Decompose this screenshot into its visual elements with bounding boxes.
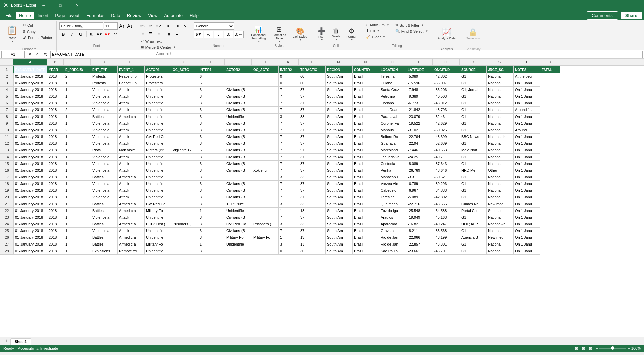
cell-r23-c13[interactable]: Brazil: [353, 214, 379, 221]
cell-r28-c0[interactable]: 01-January-2018: [14, 248, 47, 254]
cell-r15-c14[interactable]: Custodia: [379, 160, 406, 167]
row-num-5[interactable]: 5: [0, 93, 14, 100]
cell-r4-c14[interactable]: Santa Cruz: [379, 86, 406, 93]
cell-r2-c19[interactable]: At the beg: [514, 73, 540, 80]
cell-r20-c14[interactable]: Teresina: [379, 194, 406, 201]
cell-r5-c4[interactable]: Attack: [118, 93, 145, 100]
cell-r11-c11[interactable]: 37: [299, 133, 326, 140]
cell-r24-c13[interactable]: Brazil: [353, 221, 379, 227]
cell-r13-c10[interactable]: 7: [279, 147, 299, 153]
cell-r11-c14[interactable]: Belford Rc: [379, 133, 406, 140]
cell-r2-c5[interactable]: Protesters: [145, 73, 171, 80]
cell-r15-c7[interactable]: 3: [198, 160, 225, 167]
cell-r23-c16[interactable]: -45.163: [433, 214, 460, 221]
cell-r13-c13[interactable]: Brazil: [353, 147, 379, 153]
increase-indent-button[interactable]: ⇥: [173, 22, 181, 30]
cell-r28-c18[interactable]: National: [487, 248, 514, 254]
cell-r16-c11[interactable]: 37: [299, 167, 326, 174]
cell-r20-c15[interactable]: -5.089: [406, 194, 433, 201]
cell-r4-c5[interactable]: Unidentifie: [145, 86, 171, 93]
cell-r16-c0[interactable]: 01-January-2018: [14, 167, 47, 174]
cell-r8-c15[interactable]: -23.079: [406, 113, 433, 120]
cell-r14-c2[interactable]: 1: [64, 153, 91, 160]
cell-r20-c1[interactable]: 2018: [47, 194, 64, 201]
cell-r5-c11[interactable]: 37: [299, 93, 326, 100]
cell-r5-c3[interactable]: Violence a: [91, 93, 118, 100]
cell-r5-c5[interactable]: Unidentifie: [145, 93, 171, 100]
cell-r4-c18[interactable]: National: [487, 86, 514, 93]
cell-r21-c3[interactable]: Battles: [91, 201, 118, 207]
cell-r27-c13[interactable]: Brazil: [353, 241, 379, 248]
header-cell-4[interactable]: EVENT_1: [118, 66, 145, 73]
cell-r22-c7[interactable]: 1: [198, 207, 225, 214]
cell-r24-c5[interactable]: PCC: First (: [145, 221, 171, 227]
cell-r8-c1[interactable]: 2018: [47, 113, 64, 120]
cell-r20-c3[interactable]: Violence a: [91, 194, 118, 201]
cell-r10-c11[interactable]: 37: [299, 127, 326, 133]
cell-r14-c17[interactable]: G1: [460, 153, 487, 160]
cell-r5-c12[interactable]: South Am: [326, 93, 353, 100]
cell-r24-c9[interactable]: Prisoners (: [252, 221, 279, 227]
cell-r18-c9[interactable]: [252, 180, 279, 187]
header-cell-10[interactable]: INTER2: [279, 66, 299, 73]
cell-r18-c14[interactable]: Varzea Ale: [379, 180, 406, 187]
cell-r11-c13[interactable]: Brazil: [353, 133, 379, 140]
cell-r2-c13[interactable]: Brazil: [353, 73, 379, 80]
cell-r16-c15[interactable]: -26.769: [406, 167, 433, 174]
cell-r27-c0[interactable]: 01-January-2018: [14, 241, 47, 248]
cell-r15-c6[interactable]: [171, 160, 198, 167]
cell-r3-c10[interactable]: 0: [279, 80, 299, 86]
percent-button[interactable]: %: [204, 31, 213, 38]
cell-r17-c18[interactable]: National: [487, 174, 514, 180]
cell-r16-c5[interactable]: Unidentifie: [145, 167, 171, 174]
cell-r9-c11[interactable]: 37: [299, 120, 326, 127]
cell-r24-c17[interactable]: UOL; AFP: [460, 221, 487, 227]
cell-r12-c19[interactable]: On 1 Janu: [514, 140, 540, 147]
cell-r17-c17[interactable]: G1: [460, 174, 487, 180]
cell-r17-c0[interactable]: 01-January-2018: [14, 174, 47, 180]
cell-r14-c16[interactable]: -49.7: [433, 153, 460, 160]
cell-r6-c7[interactable]: 3: [198, 100, 225, 106]
cell-r2-c8[interactable]: [225, 73, 252, 80]
cell-r16-c18[interactable]: Other: [487, 167, 514, 174]
cell-r11-c19[interactable]: On 1 Janu: [514, 133, 540, 140]
cell-r14-c7[interactable]: 3: [198, 153, 225, 160]
cell-r27-c6[interactable]: [171, 241, 198, 248]
cell-r9-c15[interactable]: -19.522: [406, 120, 433, 127]
row-num-21[interactable]: 21: [0, 201, 14, 207]
cell-r3-c9[interactable]: [252, 80, 279, 86]
cell-r8-c12[interactable]: South Am: [326, 113, 353, 120]
cell-r18-c12[interactable]: South Am: [326, 180, 353, 187]
cell-r22-c3[interactable]: Battles: [91, 207, 118, 214]
cell-r22-c19[interactable]: On 1 Janu: [514, 207, 540, 214]
row-num-1[interactable]: 1: [0, 66, 14, 73]
cell-r2-c9[interactable]: [252, 73, 279, 80]
cell-r24-c14[interactable]: Aparecida: [379, 221, 406, 227]
cell-r25-c7[interactable]: 3: [198, 227, 225, 234]
cell-r7-c10[interactable]: 7: [279, 106, 299, 113]
cell-r6-c1[interactable]: 2018: [47, 100, 64, 106]
cell-styles-button[interactable]: 🎨 Cell Styles ▼: [290, 22, 310, 46]
increase-font-button[interactable]: A↑: [118, 22, 126, 30]
cell-r3-c16[interactable]: -56.097: [433, 80, 460, 86]
cell-r6-c8[interactable]: Civilians (B: [225, 100, 252, 106]
cell-r6-c12[interactable]: South Am: [326, 100, 353, 106]
cell-r4-c1[interactable]: 2018: [47, 86, 64, 93]
cell-r11-c7[interactable]: 3: [198, 133, 225, 140]
cut-button[interactable]: ✂ Cut: [21, 22, 54, 28]
cell-r19-c18[interactable]: National: [487, 187, 514, 194]
col-header-M[interactable]: M: [325, 59, 352, 65]
cell-r14-c10[interactable]: 7: [279, 153, 299, 160]
cell-r17-c1[interactable]: 2018: [47, 174, 64, 180]
header-cell-12[interactable]: REGION: [326, 66, 353, 73]
col-header-P[interactable]: P: [406, 59, 433, 65]
cell-r15-c2[interactable]: 1: [64, 160, 91, 167]
cell-r19-c12[interactable]: South Am: [326, 187, 353, 194]
cell-r13-c17[interactable]: Meio Nort: [460, 147, 487, 153]
cell-r24-c7[interactable]: 3: [198, 221, 225, 227]
cell-r4-c12[interactable]: South Am: [326, 86, 353, 93]
cell-r10-c0[interactable]: 01-January-2018: [14, 127, 47, 133]
cell-r18-c2[interactable]: 1: [64, 180, 91, 187]
row-num-17[interactable]: 17: [0, 174, 14, 180]
cell-r16-c8[interactable]: Civilians (B: [225, 167, 252, 174]
